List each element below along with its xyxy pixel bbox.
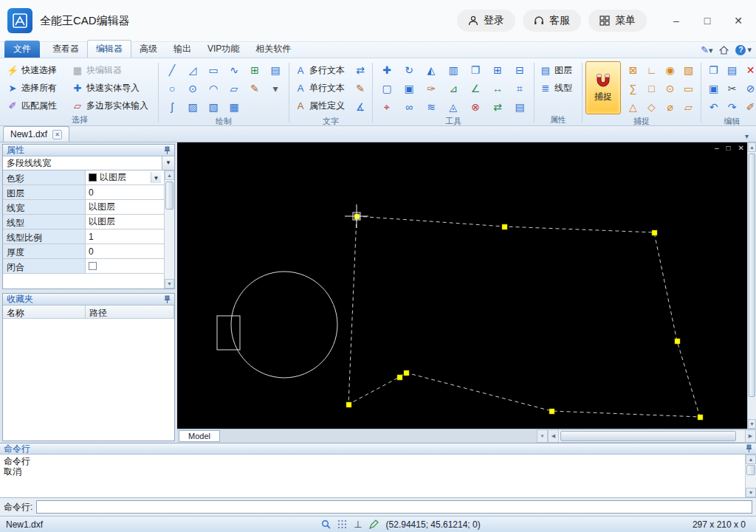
- favorites-column-2[interactable]: 路径: [86, 305, 174, 318]
- snap-node-icon[interactable]: □: [642, 80, 661, 98]
- snap-tangent-icon[interactable]: △: [624, 98, 642, 117]
- mdi-close-icon[interactable]: ✕: [738, 144, 744, 152]
- explode-icon[interactable]: ⊗: [464, 98, 487, 117]
- grid-status-icon[interactable]: [337, 519, 347, 529]
- zoom-status-icon[interactable]: [321, 519, 331, 529]
- id-point-icon[interactable]: ⌖: [376, 98, 398, 117]
- document-tab-close-icon[interactable]: ✕: [52, 130, 62, 139]
- layer-manager[interactable]: ▤图层: [537, 61, 579, 79]
- pen-icon[interactable]: ✎: [244, 80, 265, 98]
- ribbon-tab-2[interactable]: 编辑器: [87, 40, 131, 58]
- home-icon[interactable]: [719, 46, 729, 55]
- hscroll-left-arrow[interactable]: ◀: [548, 429, 559, 443]
- text-find-icon[interactable]: ⇄: [351, 61, 369, 80]
- vscroll-thumb[interactable]: [749, 153, 755, 397]
- draw-more-icon[interactable]: ▾: [265, 80, 286, 98]
- rotate-icon[interactable]: ↻: [398, 61, 420, 80]
- attribute-define[interactable]: A属性定义: [292, 97, 348, 114]
- snap-endpoint-icon[interactable]: ∟: [642, 61, 661, 80]
- spline-icon[interactable]: ∿: [224, 61, 244, 80]
- select-all[interactable]: ➤选择所有: [4, 79, 66, 97]
- grip-handle[interactable]: [698, 415, 703, 420]
- polygon-entity-input[interactable]: ▱多边形实体输入: [69, 97, 155, 114]
- hatch-icon[interactable]: ▨: [182, 98, 203, 117]
- menu-button[interactable]: 菜单: [588, 10, 647, 32]
- property-value[interactable]: 0: [86, 244, 164, 258]
- vscroll-down-arrow[interactable]: ▼: [748, 419, 756, 429]
- ribbon-tab-5[interactable]: VIP功能: [199, 41, 247, 58]
- quick-entity-import[interactable]: ✚快速实体导入: [69, 79, 155, 97]
- viewport-icon[interactable]: ▢: [376, 80, 398, 98]
- entity-type-dropdown-arrow[interactable]: ▼: [162, 156, 174, 170]
- grip-handle[interactable]: [675, 339, 680, 344]
- drawing-canvas[interactable]: – □ ✕ ▲ ▼ Model ▾ ◀ ▶: [177, 142, 756, 443]
- polygon-icon[interactable]: ▱: [224, 80, 244, 98]
- snap-extension-icon[interactable]: ⌀: [661, 98, 679, 117]
- ribbon-tab-3[interactable]: 高级: [131, 41, 165, 58]
- cad-drawing-surface[interactable]: [177, 142, 748, 429]
- grip-handle[interactable]: [404, 370, 409, 376]
- properties-scrollbar[interactable]: ▲ ▼: [164, 170, 174, 289]
- measure-distance-icon[interactable]: ↔: [487, 80, 509, 98]
- snap-parallel-icon[interactable]: ▱: [679, 98, 698, 117]
- cad-rectangle[interactable]: [217, 316, 240, 350]
- property-value[interactable]: 1: [86, 229, 164, 243]
- command-input[interactable]: [36, 500, 752, 514]
- vscroll-up-arrow[interactable]: ▲: [748, 142, 756, 152]
- doc-tab-list-chevron-icon[interactable]: ▾: [740, 131, 753, 142]
- draw-status-icon[interactable]: [369, 519, 379, 529]
- move-icon[interactable]: ✚: [376, 61, 398, 80]
- maximize-button[interactable]: □: [697, 11, 718, 30]
- block-editor[interactable]: ▦块编辑器: [69, 61, 155, 79]
- array-icon[interactable]: ▥: [442, 61, 464, 80]
- help-icon[interactable]: ?▾: [735, 45, 752, 55]
- document-tab[interactable]: New1.dxf ✕: [3, 126, 69, 142]
- snap-nearest-icon[interactable]: ▭: [679, 80, 698, 98]
- color-dropdown-arrow[interactable]: ▼: [151, 172, 161, 183]
- erase-icon[interactable]: ⊘: [741, 80, 756, 98]
- multiline-text[interactable]: A多行文本: [292, 61, 348, 79]
- property-value[interactable]: 以图层: [86, 200, 164, 214]
- props-scroll-thumb[interactable]: [165, 182, 173, 210]
- canvas-vertical-scrollbar[interactable]: ▲ ▼: [747, 142, 756, 429]
- property-value[interactable]: 以图层▼: [86, 170, 164, 184]
- swap-icon[interactable]: ⇄: [487, 98, 509, 117]
- snap-center-icon[interactable]: ◉: [661, 61, 679, 80]
- ribbon-tab-6[interactable]: 相关软件: [247, 41, 299, 58]
- paste-icon[interactable]: ▣: [704, 80, 723, 98]
- favorites-column-1[interactable]: 名称: [3, 305, 86, 318]
- cad-circle[interactable]: [231, 272, 337, 378]
- grip-handle[interactable]: [502, 224, 507, 229]
- match-properties[interactable]: ✐匹配属性: [4, 97, 66, 114]
- rectangle-icon[interactable]: ▭: [203, 61, 224, 80]
- named-view-icon[interactable]: ▣: [398, 80, 420, 98]
- undo-icon[interactable]: ↶: [704, 98, 723, 117]
- gradient-icon[interactable]: ▧: [203, 98, 224, 117]
- pin-icon[interactable]: [164, 146, 171, 155]
- snap-toggle-button[interactable]: 捕捉: [585, 61, 621, 114]
- ungroup-icon[interactable]: ⊟: [509, 61, 531, 80]
- entity-type-selector[interactable]: 多段线线宽 ▼: [3, 156, 174, 170]
- cmd-scroll-thumb[interactable]: [746, 465, 755, 475]
- mirror-icon[interactable]: ◭: [420, 61, 442, 80]
- redo-icon[interactable]: ↷: [723, 98, 741, 117]
- arc-icon[interactable]: ◠: [203, 80, 224, 98]
- align-icon[interactable]: ◬: [442, 98, 464, 117]
- copy-base-icon[interactable]: ▤: [723, 61, 741, 80]
- snap-quadrant-icon[interactable]: ⊙: [661, 80, 679, 98]
- multiline-tool-icon[interactable]: ≋: [420, 98, 442, 117]
- revision-curve-icon[interactable]: ʃ: [162, 98, 182, 117]
- ellipse-icon[interactable]: ⊙: [182, 80, 203, 98]
- layers-tool-icon[interactable]: ▤: [509, 98, 531, 117]
- snap-insertion-icon[interactable]: ▧: [679, 61, 698, 80]
- grid-icon[interactable]: ⌗: [509, 80, 531, 98]
- ribbon-tab-4[interactable]: 输出: [165, 41, 199, 58]
- hscroll-thumb[interactable]: [560, 431, 736, 441]
- grip-handle[interactable]: [397, 375, 402, 380]
- cmd-scroll-up-arrow[interactable]: ▲: [746, 455, 756, 464]
- pattern-icon[interactable]: ▤: [265, 61, 286, 80]
- copy-icon[interactable]: ❐: [704, 61, 723, 80]
- cad-selected-polyline[interactable]: [348, 216, 700, 417]
- sheet-list-chevron-icon[interactable]: ▾: [537, 429, 548, 443]
- favorites-list[interactable]: [3, 319, 174, 441]
